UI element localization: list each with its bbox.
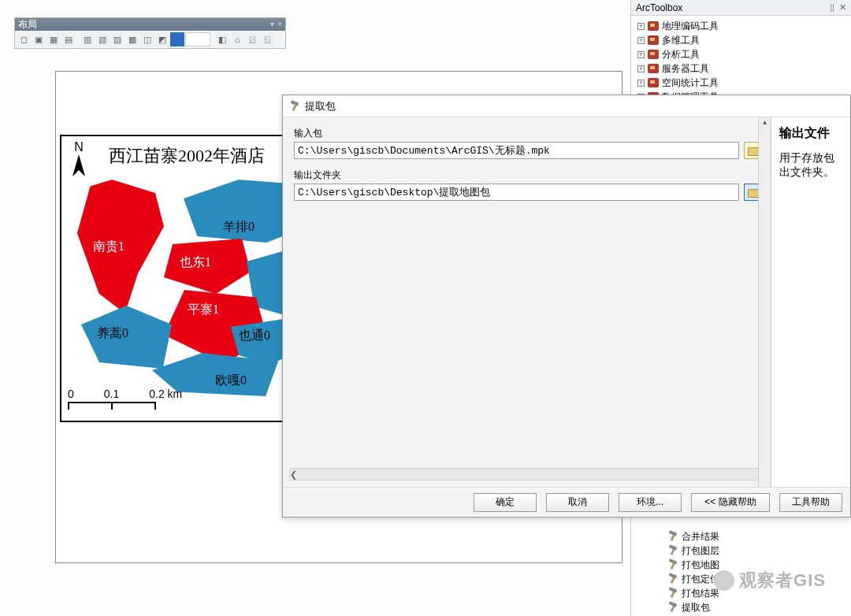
dialog-footer: 确定 取消 环境... << 隐藏帮助 工具帮助	[283, 487, 850, 517]
vertical-scrollbar[interactable]: ▴	[758, 117, 771, 487]
label-pingzhai: 平寨1	[188, 302, 219, 318]
label-yangao: 养蒿0	[97, 325, 128, 342]
cancel-button[interactable]: 取消	[546, 493, 609, 512]
hammer-icon	[667, 546, 678, 555]
tool-help-button[interactable]: 工具帮助	[779, 493, 842, 512]
map-frame: N 西江苗寨2002年酒店 南贵1 羊排0 也东1 平寨1 东 养蒿0 也通0 …	[60, 135, 304, 422]
help-title: 输出文件	[779, 125, 842, 142]
tree-label[interactable]: 服务器工具	[662, 62, 709, 76]
ok-button[interactable]: 确定	[474, 493, 537, 512]
panel-close-icon[interactable]: ✕	[839, 2, 846, 13]
expand-icon[interactable]: +	[637, 65, 645, 72]
watermark-text: 观察者GIS	[739, 569, 826, 592]
tool-item: 打包图层	[663, 544, 849, 558]
tree-label[interactable]: 多维工具	[662, 34, 700, 47]
hammer-icon	[667, 574, 678, 584]
tree-item: +分析工具	[633, 47, 849, 61]
toolbox-icon	[648, 50, 659, 59]
tool-btn-11[interactable]: ◧	[215, 32, 229, 46]
layout-toolbar-title: 布局	[18, 18, 37, 31]
tool-btn-8[interactable]: ▩	[125, 32, 139, 46]
input-package-label: 输入包	[294, 127, 763, 140]
tree-item: +多维工具	[633, 33, 849, 47]
horizontal-scrollbar[interactable]: ❮ ❯	[289, 468, 764, 481]
hammer-icon	[667, 560, 678, 570]
output-folder-field[interactable]	[294, 184, 739, 201]
toolbox-icon	[648, 64, 659, 73]
expand-icon[interactable]: +	[637, 51, 645, 58]
dialog-title-bar[interactable]: 提取包	[283, 95, 850, 117]
toolbar-close-icon[interactable]: ×	[277, 18, 282, 31]
arctoolbox-tree[interactable]: +地理编码工具 +多维工具 +分析工具 +服务器工具 +空间统计工具 +数据管理…	[631, 16, 851, 107]
input-package-field[interactable]	[294, 142, 739, 159]
expand-icon[interactable]: +	[637, 80, 645, 87]
arctoolbox-title: ArcToolbox	[636, 2, 682, 13]
tree-item: +地理编码工具	[633, 19, 849, 33]
expand-icon[interactable]: +	[637, 37, 645, 44]
toolbar-sep	[76, 32, 80, 46]
toolbar-sep-2	[211, 32, 214, 46]
tool-label[interactable]: 提取包	[682, 601, 710, 614]
toolbar-dropdown-icon[interactable]: ▾	[270, 18, 274, 31]
dialog-body: 输入包 输出文件夹 ❮ ❯ ▴ 输出文件 用于存放包出文件夹。	[283, 117, 850, 487]
tree-item: +服务器工具	[633, 61, 849, 76]
tool-btn-10[interactable]: ◩	[155, 32, 169, 46]
scroll-left-icon[interactable]: ❮	[290, 469, 297, 480]
tree-item: +空间统计工具	[633, 76, 849, 90]
watermark: 观察者GIS	[714, 569, 826, 592]
label-ouga: 欧嘎0	[215, 373, 247, 389]
tree-label[interactable]: 分析工具	[662, 48, 700, 61]
extract-package-dialog: 提取包 输入包 输出文件夹 ❮ ❯ ▴ 输出文件 用于存放包出文件夹。	[282, 95, 851, 518]
tool-btn-14[interactable]: ⍂	[260, 32, 274, 46]
hide-help-button[interactable]: << 隐藏帮助	[691, 493, 770, 512]
dialog-title: 提取包	[305, 99, 336, 113]
expand-icon[interactable]: +	[637, 23, 645, 30]
tool-btn-13[interactable]: ⍁	[245, 32, 259, 46]
tool-btn-6[interactable]: ▧	[95, 32, 110, 46]
tool-label[interactable]: 打包图层	[682, 544, 719, 558]
scale-tick-2: 0.2 km	[149, 388, 182, 400]
scale-tick-0: 0	[68, 388, 74, 400]
output-folder-label: 输出文件夹	[294, 169, 763, 182]
hammer-icon	[667, 603, 678, 612]
tool-btn-2[interactable]: ▣	[32, 32, 46, 46]
tool-btn-7[interactable]: ▨	[110, 32, 124, 46]
tool-btn-active[interactable]	[170, 32, 184, 46]
tool-btn-3[interactable]: ▦	[46, 32, 61, 46]
watermark-icon	[714, 570, 734, 591]
north-arrow: N	[71, 140, 87, 181]
tool-item: 合并结果	[663, 529, 849, 544]
north-letter: N	[71, 140, 87, 154]
tool-btn-12[interactable]: ⌂	[230, 32, 244, 46]
toolbox-icon	[648, 78, 659, 87]
scale-tick-1: 0.1	[104, 388, 119, 400]
tool-item: 提取包	[663, 600, 849, 614]
tool-btn-5[interactable]: ▥	[80, 32, 95, 46]
tool-label[interactable]: 合并结果	[682, 530, 719, 544]
tool-btn-1[interactable]: ◻	[17, 32, 31, 46]
north-arrow-icon	[71, 154, 87, 181]
scale-bar: 0 0.1 0.2 km	[68, 388, 217, 413]
tool-btn-4[interactable]: ▤	[61, 32, 76, 46]
tree-label[interactable]: 地理编码工具	[662, 20, 719, 33]
tool-btn-9[interactable]: ◫	[140, 32, 154, 46]
map-title: 西江苗寨2002年酒店	[109, 144, 265, 168]
scroll-up-icon[interactable]: ▴	[759, 117, 771, 130]
layout-toolbar-row: ◻ ▣ ▦ ▤ ▥ ▧ ▨ ▩ ◫ ◩ ◧ ⌂ ⍁ ⍂	[15, 31, 285, 48]
toolbox-icon	[648, 35, 659, 45]
tree-label[interactable]: 空间统计工具	[662, 76, 719, 90]
layout-toolbar: 布局 ▾ × ◻ ▣ ▦ ▤ ▥ ▧ ▨ ▩ ◫ ◩ ◧ ⌂ ⍁ ⍂	[14, 17, 286, 49]
help-text: 用于存放包出文件夹。	[779, 151, 842, 180]
dialog-help-pane: 输出文件 用于存放包出文件夹。	[771, 117, 850, 487]
label-yetong: 也通0	[239, 328, 270, 344]
environments-button[interactable]: 环境...	[619, 493, 682, 512]
label-yedong: 也东1	[180, 254, 211, 271]
label-yangpai: 羊排0	[223, 219, 255, 236]
arctoolbox-title-bar[interactable]: ArcToolbox ▯ ✕	[631, 0, 851, 16]
layout-toolbar-title-bar[interactable]: 布局 ▾ ×	[15, 18, 285, 31]
svg-marker-0	[72, 154, 85, 176]
panel-pin-icon[interactable]: ▯	[830, 2, 834, 13]
hammer-icon	[667, 588, 678, 598]
zoom-percent-input[interactable]	[185, 32, 210, 46]
label-nangui: 南贵1	[93, 239, 124, 255]
